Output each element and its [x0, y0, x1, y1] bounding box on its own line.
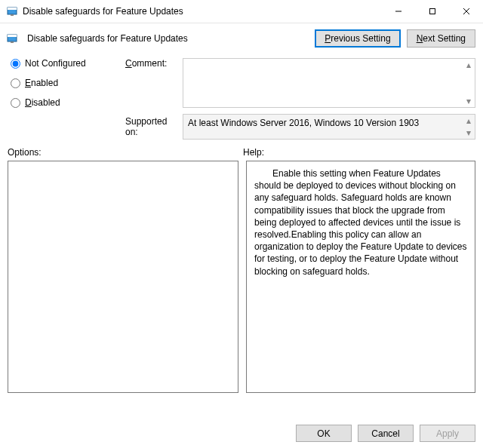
chevron-down-icon: ▾ — [464, 97, 473, 106]
radio-disabled-input[interactable] — [11, 98, 20, 108]
chevron-down-icon: ▾ — [464, 128, 473, 137]
policy-icon — [6, 32, 18, 44]
titlebar: Disable safeguards for Feature Updates — [0, 0, 483, 23]
options-panel — [8, 161, 238, 393]
chevron-up-icon: ▴ — [464, 60, 473, 69]
radio-disabled[interactable]: Disabled — [11, 97, 121, 108]
comment-label: Comment: — [125, 58, 178, 108]
ok-button[interactable]: OK — [296, 425, 352, 442]
chevron-up-icon: ▴ — [464, 116, 473, 125]
comment-field[interactable]: ▴ ▾ — [183, 58, 475, 108]
apply-button[interactable]: Apply — [420, 425, 475, 442]
help-panel: Enable this setting when Feature Updates… — [246, 161, 475, 393]
policy-icon — [6, 5, 18, 17]
supported-on-label: Supported on: — [125, 116, 178, 137]
radio-not-configured[interactable]: Not Configured — [11, 58, 121, 69]
next-setting-button[interactable]: Next Setting — [407, 29, 475, 48]
dialog-footer: OK Cancel Apply — [296, 425, 475, 442]
close-button[interactable] — [449, 0, 483, 23]
radio-enabled-input[interactable] — [11, 78, 20, 88]
supported-on-field: At least Windows Server 2016, Windows 10… — [183, 114, 475, 140]
help-text: Enable this setting when Feature Updates… — [254, 167, 467, 278]
minimize-button[interactable] — [381, 0, 415, 23]
maximize-button[interactable] — [415, 0, 449, 23]
svg-rect-8 — [8, 35, 17, 37]
options-label: Options: — [8, 147, 243, 158]
subheader-title: Disable safeguards for Feature Updates — [27, 33, 188, 44]
radio-not-configured-input[interactable] — [11, 59, 20, 69]
subheader: Disable safeguards for Feature Updates P… — [0, 23, 483, 54]
svg-rect-4 — [429, 9, 435, 14]
radio-enabled[interactable]: Enabled — [11, 78, 121, 88]
previous-setting-button[interactable]: Previous Setting — [315, 29, 400, 48]
help-label: Help: — [243, 147, 475, 158]
svg-rect-2 — [11, 14, 14, 16]
svg-rect-1 — [8, 8, 17, 10]
svg-rect-9 — [11, 41, 14, 43]
state-radio-group: Not Configured Enabled Disabled — [8, 58, 121, 140]
window-title: Disable safeguards for Feature Updates — [23, 6, 183, 17]
cancel-button[interactable]: Cancel — [358, 425, 414, 442]
